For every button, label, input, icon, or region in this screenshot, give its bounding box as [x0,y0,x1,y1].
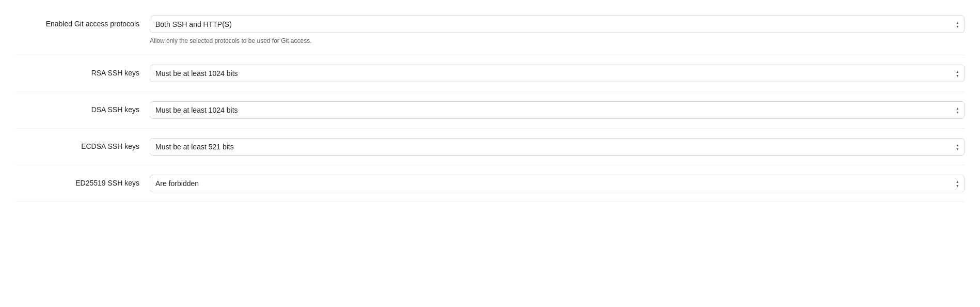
select-ecdsa-ssh-keys[interactable]: Are forbiddenMust be at least 256 bitsMu… [150,138,965,156]
field-git-access-protocols: Both SSH and HTTP(S)Only SSHOnly HTTP(S)… [150,16,965,45]
field-dsa-ssh-keys: Are forbiddenMust be at least 1024 bitsM… [150,101,965,119]
select-wrapper-ecdsa-ssh-keys: Are forbiddenMust be at least 256 bitsMu… [150,138,965,156]
field-ecdsa-ssh-keys: Are forbiddenMust be at least 256 bitsMu… [150,138,965,156]
settings-form: Enabled Git access protocolsBoth SSH and… [15,10,965,202]
form-row-dsa-ssh-keys: DSA SSH keysAre forbiddenMust be at leas… [15,92,965,129]
label-ed25519-ssh-keys: ED25519 SSH keys [15,175,150,189]
field-rsa-ssh-keys: Are forbiddenMust be at least 1024 bitsM… [150,65,965,82]
form-row-git-access-protocols: Enabled Git access protocolsBoth SSH and… [15,10,965,55]
form-row-ecdsa-ssh-keys: ECDSA SSH keysAre forbiddenMust be at le… [15,129,965,165]
select-wrapper-git-access-protocols: Both SSH and HTTP(S)Only SSHOnly HTTP(S) [150,16,965,33]
hint-git-access-protocols: Allow only the selected protocols to be … [150,36,965,45]
select-wrapper-rsa-ssh-keys: Are forbiddenMust be at least 1024 bitsM… [150,65,965,82]
select-git-access-protocols[interactable]: Both SSH and HTTP(S)Only SSHOnly HTTP(S) [150,16,965,33]
select-wrapper-dsa-ssh-keys: Are forbiddenMust be at least 1024 bitsM… [150,101,965,119]
select-rsa-ssh-keys[interactable]: Are forbiddenMust be at least 1024 bitsM… [150,65,965,82]
label-dsa-ssh-keys: DSA SSH keys [15,101,150,115]
select-dsa-ssh-keys[interactable]: Are forbiddenMust be at least 1024 bitsM… [150,101,965,119]
label-git-access-protocols: Enabled Git access protocols [15,16,150,29]
select-wrapper-ed25519-ssh-keys: Are forbiddenAre allowed [150,175,965,192]
label-rsa-ssh-keys: RSA SSH keys [15,65,150,79]
select-ed25519-ssh-keys[interactable]: Are forbiddenAre allowed [150,175,965,192]
form-row-ed25519-ssh-keys: ED25519 SSH keysAre forbiddenAre allowed [15,165,965,202]
label-ecdsa-ssh-keys: ECDSA SSH keys [15,138,150,152]
field-ed25519-ssh-keys: Are forbiddenAre allowed [150,175,965,192]
form-row-rsa-ssh-keys: RSA SSH keysAre forbiddenMust be at leas… [15,55,965,92]
